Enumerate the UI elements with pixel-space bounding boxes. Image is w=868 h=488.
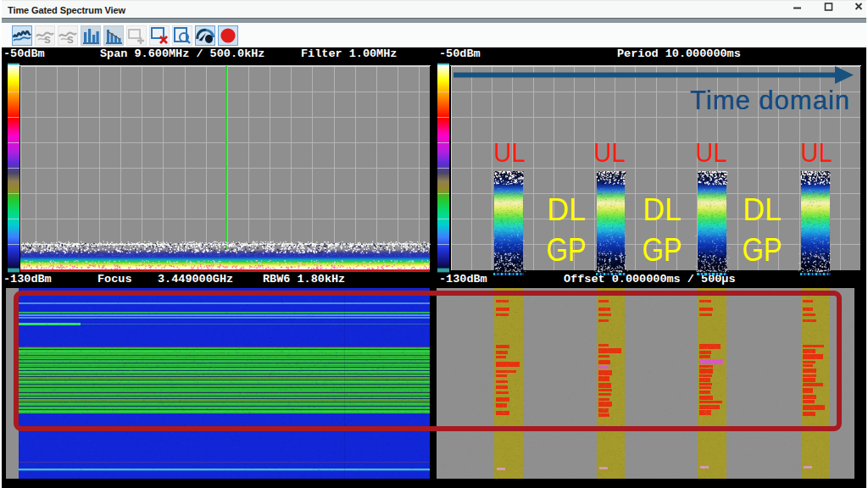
svg-text:S: S — [67, 35, 73, 45]
svg-text:S: S — [44, 35, 50, 45]
